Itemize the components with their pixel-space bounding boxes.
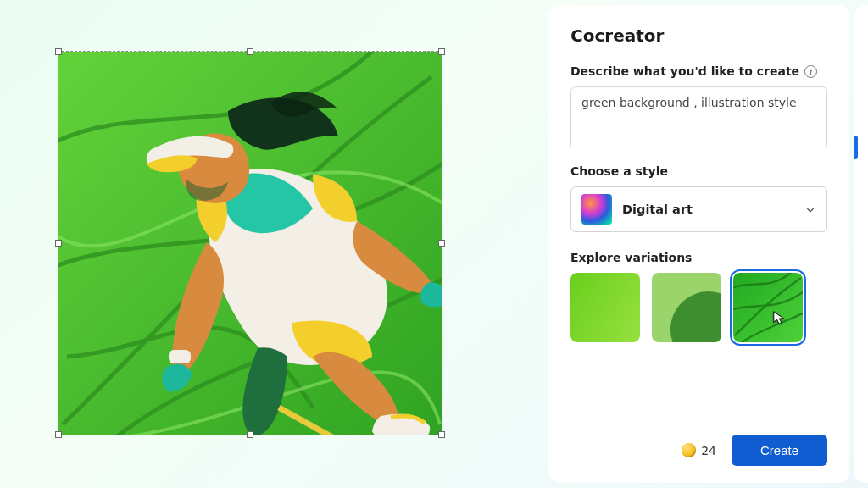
adjacent-panel-sliver (854, 5, 868, 483)
style-thumbnail (581, 194, 612, 225)
resize-handle-tl[interactable] (55, 48, 62, 55)
resize-handle-br[interactable] (438, 431, 445, 438)
info-icon[interactable]: i (804, 65, 817, 78)
panel-footer: 24 Create (570, 435, 827, 466)
credits-counter: 24 (682, 443, 716, 458)
resize-handle-bl[interactable] (55, 431, 62, 438)
resize-handle-tr[interactable] (438, 48, 445, 55)
describe-label: Describe what you'd like to create i (570, 64, 827, 78)
credits-value: 24 (701, 444, 716, 458)
resize-handle-bm[interactable] (247, 431, 253, 438)
svg-rect-1 (169, 350, 191, 363)
choose-style-label: Choose a style (570, 164, 827, 178)
prompt-input[interactable] (570, 86, 827, 147)
describe-label-text: Describe what you'd like to create (570, 64, 799, 78)
cursor-icon (772, 310, 787, 325)
resize-handle-tm[interactable] (247, 48, 253, 55)
image-selection[interactable] (58, 51, 442, 435)
canvas-area[interactable] (0, 0, 548, 488)
chevron-down-icon (804, 203, 816, 215)
style-name: Digital art (622, 202, 794, 216)
generated-image[interactable] (58, 52, 442, 435)
resize-handle-ml[interactable] (55, 240, 62, 247)
variations-row (570, 273, 827, 342)
panel-title: Cocreator (570, 25, 827, 46)
create-button[interactable]: Create (732, 435, 827, 466)
cocreator-panel: Cocreator Describe what you'd like to cr… (548, 5, 849, 483)
variation-thumb-2[interactable] (652, 273, 721, 342)
coin-icon (682, 443, 696, 458)
variation-thumb-3[interactable] (733, 273, 803, 342)
resize-handle-mr[interactable] (438, 240, 445, 247)
style-dropdown[interactable]: Digital art (570, 186, 827, 232)
explore-variations-label: Explore variations (570, 251, 827, 264)
variation-thumb-1[interactable] (570, 273, 640, 342)
